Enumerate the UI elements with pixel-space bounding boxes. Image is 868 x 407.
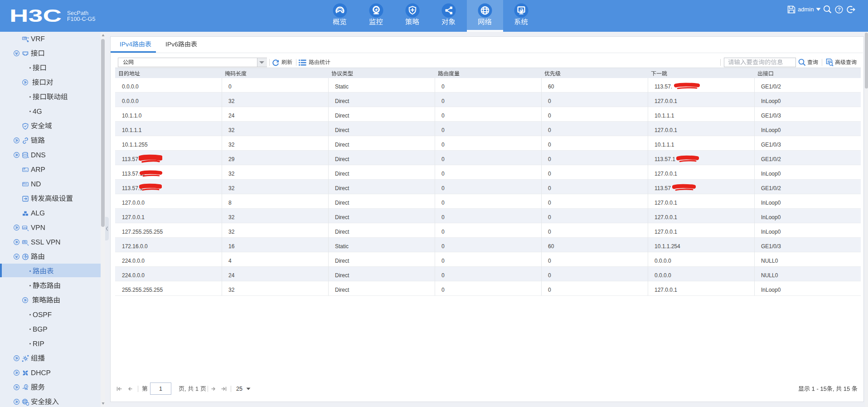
svg-text:VPN: VPN bbox=[23, 242, 27, 244]
svg-text:IP: IP bbox=[24, 168, 25, 170]
svg-text:IPv6: IPv6 bbox=[23, 182, 27, 185]
svg-text:VRF: VRF bbox=[23, 37, 27, 39]
svg-text:VPN: VPN bbox=[23, 227, 27, 229]
